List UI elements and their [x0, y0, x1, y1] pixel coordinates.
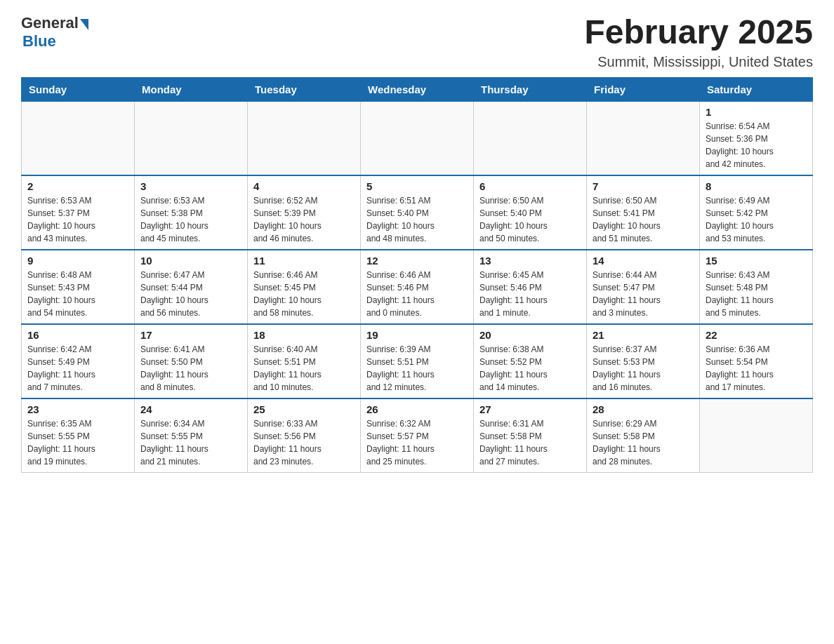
calendar-day-cell: 8Sunrise: 6:49 AMSunset: 5:42 PMDaylight… — [700, 175, 813, 250]
day-info: Sunrise: 6:50 AMSunset: 5:40 PMDaylight:… — [479, 194, 581, 245]
day-info: Sunrise: 6:45 AMSunset: 5:46 PMDaylight:… — [479, 269, 581, 319]
calendar-day-cell — [474, 101, 587, 175]
calendar-table: SundayMondayTuesdayWednesdayThursdayFrid… — [21, 77, 813, 473]
day-of-week-header: Wednesday — [361, 77, 474, 101]
calendar-day-cell: 23Sunrise: 6:35 AMSunset: 5:55 PMDayligh… — [22, 398, 135, 473]
day-info: Sunrise: 6:36 AMSunset: 5:54 PMDaylight:… — [706, 343, 807, 394]
calendar-day-cell — [22, 101, 135, 175]
day-number: 16 — [27, 329, 128, 341]
day-number: 8 — [706, 180, 807, 192]
day-info: Sunrise: 6:53 AMSunset: 5:38 PMDaylight:… — [140, 194, 241, 245]
day-info: Sunrise: 6:38 AMSunset: 5:52 PMDaylight:… — [479, 343, 581, 394]
location-text: Summit, Mississippi, United States — [584, 54, 813, 70]
calendar-day-cell: 28Sunrise: 6:29 AMSunset: 5:58 PMDayligh… — [587, 398, 700, 473]
calendar-day-cell: 19Sunrise: 6:39 AMSunset: 5:51 PMDayligh… — [361, 324, 474, 398]
day-number: 12 — [366, 255, 468, 267]
day-number: 14 — [593, 255, 694, 267]
calendar-day-cell: 20Sunrise: 6:38 AMSunset: 5:52 PMDayligh… — [474, 324, 587, 398]
day-info: Sunrise: 6:34 AMSunset: 5:55 PMDaylight:… — [140, 417, 241, 468]
calendar-day-cell: 5Sunrise: 6:51 AMSunset: 5:40 PMDaylight… — [361, 175, 474, 250]
calendar-week-row: 2Sunrise: 6:53 AMSunset: 5:37 PMDaylight… — [22, 175, 813, 250]
month-title: February 2025 — [584, 14, 813, 51]
day-info: Sunrise: 6:42 AMSunset: 5:49 PMDaylight:… — [27, 343, 128, 394]
day-of-week-header: Thursday — [474, 77, 587, 101]
calendar-day-cell: 1Sunrise: 6:54 AMSunset: 5:36 PMDaylight… — [700, 101, 813, 175]
day-info: Sunrise: 6:33 AMSunset: 5:56 PMDaylight:… — [253, 417, 355, 468]
day-info: Sunrise: 6:40 AMSunset: 5:51 PMDaylight:… — [253, 343, 355, 394]
day-of-week-header: Saturday — [700, 77, 813, 101]
day-number: 22 — [706, 329, 807, 341]
logo-blue-text: Blue — [22, 32, 56, 51]
day-info: Sunrise: 6:52 AMSunset: 5:39 PMDaylight:… — [253, 194, 355, 245]
day-number: 3 — [140, 180, 241, 192]
day-number: 19 — [366, 329, 468, 341]
day-number: 9 — [27, 255, 128, 267]
logo-arrow-icon — [80, 19, 88, 30]
calendar-day-cell — [248, 101, 361, 175]
day-info: Sunrise: 6:46 AMSunset: 5:45 PMDaylight:… — [253, 269, 355, 319]
calendar-day-cell: 6Sunrise: 6:50 AMSunset: 5:40 PMDaylight… — [474, 175, 587, 250]
day-of-week-header: Sunday — [22, 77, 135, 101]
logo-general-text: General — [21, 14, 79, 32]
calendar-day-cell: 22Sunrise: 6:36 AMSunset: 5:54 PMDayligh… — [700, 324, 813, 398]
calendar-day-cell: 13Sunrise: 6:45 AMSunset: 5:46 PMDayligh… — [474, 250, 587, 324]
day-info: Sunrise: 6:32 AMSunset: 5:57 PMDaylight:… — [366, 417, 468, 468]
page-header: General Blue February 2025 Summit, Missi… — [21, 14, 813, 70]
day-info: Sunrise: 6:49 AMSunset: 5:42 PMDaylight:… — [706, 194, 807, 245]
day-info: Sunrise: 6:41 AMSunset: 5:50 PMDaylight:… — [140, 343, 241, 394]
calendar-day-cell: 11Sunrise: 6:46 AMSunset: 5:45 PMDayligh… — [248, 250, 361, 324]
day-of-week-header: Tuesday — [248, 77, 361, 101]
calendar-day-cell: 18Sunrise: 6:40 AMSunset: 5:51 PMDayligh… — [248, 324, 361, 398]
calendar-day-cell: 25Sunrise: 6:33 AMSunset: 5:56 PMDayligh… — [248, 398, 361, 473]
calendar-day-cell — [700, 398, 813, 473]
calendar-week-row: 16Sunrise: 6:42 AMSunset: 5:49 PMDayligh… — [22, 324, 813, 398]
day-info: Sunrise: 6:54 AMSunset: 5:36 PMDaylight:… — [706, 120, 807, 170]
day-number: 15 — [706, 255, 807, 267]
day-number: 18 — [253, 329, 355, 341]
day-of-week-header: Monday — [135, 77, 248, 101]
calendar-week-row: 23Sunrise: 6:35 AMSunset: 5:55 PMDayligh… — [22, 398, 813, 473]
calendar-day-cell: 27Sunrise: 6:31 AMSunset: 5:58 PMDayligh… — [474, 398, 587, 473]
day-number: 2 — [27, 180, 128, 192]
calendar-week-row: 9Sunrise: 6:48 AMSunset: 5:43 PMDaylight… — [22, 250, 813, 324]
calendar-day-cell — [135, 101, 248, 175]
day-of-week-header: Friday — [587, 77, 700, 101]
calendar-day-cell: 26Sunrise: 6:32 AMSunset: 5:57 PMDayligh… — [361, 398, 474, 473]
title-section: February 2025 Summit, Mississippi, Unite… — [584, 14, 813, 70]
day-info: Sunrise: 6:53 AMSunset: 5:37 PMDaylight:… — [27, 194, 128, 245]
day-number: 11 — [253, 255, 355, 267]
day-info: Sunrise: 6:46 AMSunset: 5:46 PMDaylight:… — [366, 269, 468, 319]
calendar-day-cell: 9Sunrise: 6:48 AMSunset: 5:43 PMDaylight… — [22, 250, 135, 324]
calendar-day-cell: 21Sunrise: 6:37 AMSunset: 5:53 PMDayligh… — [587, 324, 700, 398]
calendar-day-cell: 15Sunrise: 6:43 AMSunset: 5:48 PMDayligh… — [700, 250, 813, 324]
calendar-header-row: SundayMondayTuesdayWednesdayThursdayFrid… — [22, 77, 813, 101]
day-info: Sunrise: 6:44 AMSunset: 5:47 PMDaylight:… — [593, 269, 694, 319]
day-number: 4 — [253, 180, 355, 192]
day-info: Sunrise: 6:37 AMSunset: 5:53 PMDaylight:… — [593, 343, 694, 394]
calendar-week-row: 1Sunrise: 6:54 AMSunset: 5:36 PMDaylight… — [22, 101, 813, 175]
day-number: 13 — [479, 255, 581, 267]
day-number: 21 — [593, 329, 694, 341]
day-number: 7 — [593, 180, 694, 192]
day-number: 20 — [479, 329, 581, 341]
day-info: Sunrise: 6:39 AMSunset: 5:51 PMDaylight:… — [366, 343, 468, 394]
day-number: 24 — [140, 403, 241, 415]
day-number: 6 — [479, 180, 581, 192]
calendar-day-cell: 14Sunrise: 6:44 AMSunset: 5:47 PMDayligh… — [587, 250, 700, 324]
day-number: 17 — [140, 329, 241, 341]
day-number: 1 — [706, 106, 807, 118]
calendar-day-cell: 2Sunrise: 6:53 AMSunset: 5:37 PMDaylight… — [22, 175, 135, 250]
calendar-day-cell: 7Sunrise: 6:50 AMSunset: 5:41 PMDaylight… — [587, 175, 700, 250]
day-number: 10 — [140, 255, 241, 267]
calendar-day-cell: 12Sunrise: 6:46 AMSunset: 5:46 PMDayligh… — [361, 250, 474, 324]
day-number: 5 — [366, 180, 468, 192]
logo: General Blue — [21, 14, 88, 51]
calendar-day-cell: 3Sunrise: 6:53 AMSunset: 5:38 PMDaylight… — [135, 175, 248, 250]
day-number: 25 — [253, 403, 355, 415]
day-number: 26 — [366, 403, 468, 415]
day-info: Sunrise: 6:48 AMSunset: 5:43 PMDaylight:… — [27, 269, 128, 319]
day-number: 27 — [479, 403, 581, 415]
day-info: Sunrise: 6:51 AMSunset: 5:40 PMDaylight:… — [366, 194, 468, 245]
calendar-day-cell: 10Sunrise: 6:47 AMSunset: 5:44 PMDayligh… — [135, 250, 248, 324]
day-info: Sunrise: 6:31 AMSunset: 5:58 PMDaylight:… — [479, 417, 581, 468]
